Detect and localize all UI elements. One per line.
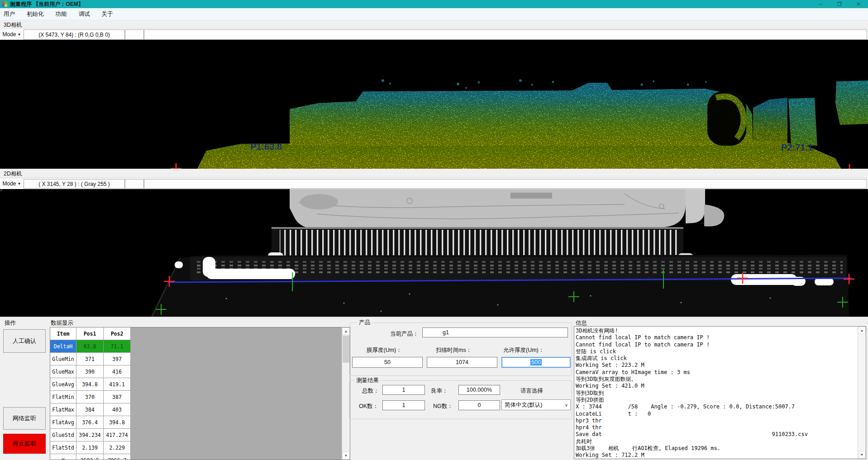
camera2d-mode-button[interactable]: Mode▼ xyxy=(1,179,22,188)
table-cell-pos2: 394.8 xyxy=(104,416,131,429)
log-line: 加载3张 相机 行AOI检查, Elapsed 19296 ms. xyxy=(576,445,857,452)
info-log-box[interactable]: 3D相机没有网络!Cannot find local IP to match c… xyxy=(574,326,866,459)
total-count-label: 总数： xyxy=(362,387,379,395)
scrollbar-up-icon[interactable]: ▲ xyxy=(342,327,350,335)
log-line: Working Set : 223.2 M xyxy=(576,362,857,369)
log-line: Cannot find local IP to match camera IP … xyxy=(576,341,857,348)
log-content: 3D相机没有网络!Cannot find local IP to match c… xyxy=(576,327,857,459)
measurement-table: Item Pos1 Pos2 DeltaH 63.8 71.1 GlueMin … xyxy=(50,327,350,460)
scan-time-field[interactable]: 1074 xyxy=(427,357,497,368)
menu-function[interactable]: 功能 xyxy=(56,10,67,18)
menu-about[interactable]: 关于 xyxy=(102,10,113,18)
chevron-down-icon: ∨ xyxy=(563,403,570,408)
log-line: 集成调试 is click xyxy=(576,355,857,362)
camera2d-section-label: 2D相机 xyxy=(4,170,22,178)
current-product-field[interactable]: g1 xyxy=(422,327,568,337)
info-scrollbar[interactable]: ▲ ▼ xyxy=(858,327,866,459)
table-cell-pos2: 416 xyxy=(104,365,131,378)
table-header-row: Item Pos1 Pos2 xyxy=(50,327,131,340)
log-line: Working Set : 712.2 M xyxy=(576,452,857,459)
chevron-down-icon: ▼ xyxy=(18,182,21,186)
table-cell-item: GlueMin xyxy=(50,353,76,365)
menu-user[interactable]: 用户 xyxy=(4,10,15,18)
table-cell-item: FlatMin xyxy=(50,391,76,403)
scrollbar-down-icon[interactable]: ▼ xyxy=(342,452,350,460)
table-row[interactable]: FlatStd 2.139 2.229 xyxy=(50,441,131,454)
table-row[interactable]: GlueAvg 394.8 419.1 xyxy=(50,378,131,391)
table-row[interactable]: X 2583.5 7966.7 xyxy=(50,454,131,460)
table-cell-pos2: 419.1 xyxy=(104,378,131,391)
log-line: 登陆 is click xyxy=(576,348,857,355)
p1-measurement-label: P1:63.8 xyxy=(250,142,282,152)
menu-initialize[interactable]: 初始化 xyxy=(27,10,44,18)
ng-count-field[interactable]: 0 xyxy=(458,400,500,410)
log-line: hpr4 thr xyxy=(576,424,857,431)
close-button[interactable]: ✕ xyxy=(849,0,868,8)
scrollbar-thumb[interactable] xyxy=(343,336,349,363)
camera2d-pixel-status: ( X 3145, Y 28 ) : ( Gray 255 ) xyxy=(24,179,125,189)
camera3d-pixel-status: (X 5473, Y 84) : (R 0,G 0,B 0) xyxy=(24,29,125,40)
camera3d-mode-bar: Mode▼ (X 5473, Y 84) : (R 0,G 0,B 0) xyxy=(0,28,868,41)
language-select-label: 语言选择 xyxy=(520,387,543,395)
log-line: 3D相机没有网络! xyxy=(576,327,857,334)
gray-image-canvas[interactable] xyxy=(0,189,868,317)
measurement-table-body: DeltaH 63.8 71.1 GlueMin 371 397 GlueMax… xyxy=(50,340,131,460)
ok-count-label: OK数： xyxy=(359,403,378,410)
film-thickness-field[interactable]: 50 xyxy=(352,357,423,368)
table-row[interactable]: DeltaH 63.8 71.1 xyxy=(50,340,131,353)
table-cell-pos1: 63.8 xyxy=(76,340,104,353)
table-cell-pos1: 384 xyxy=(76,403,104,416)
camera2d-status-filler xyxy=(144,179,867,189)
table-cell-pos2: 71.1 xyxy=(104,340,131,353)
table-row[interactable]: GlueMax 390 416 xyxy=(50,365,131,378)
scrollbar-down-icon[interactable]: ▼ xyxy=(858,451,866,459)
log-line: 等到3D取到灰度图数据。 xyxy=(576,376,857,383)
log-line: CameraV array to HImage time : 3 ms xyxy=(576,369,857,376)
table-row[interactable]: FlatMax 384 403 xyxy=(50,403,131,416)
log-line: hpr3 thr xyxy=(576,417,857,424)
table-row[interactable]: FlatMin 370 387 xyxy=(50,391,131,403)
stop-listen-button[interactable]: 停止监听 xyxy=(3,434,46,454)
log-line: Cannot find local IP to match camera IP … xyxy=(576,334,857,341)
ng-count-label: NG数： xyxy=(433,403,453,410)
allowed-thickness-field[interactable]: 500 xyxy=(501,357,571,368)
table-header: Pos2 xyxy=(104,327,131,340)
menu-debug[interactable]: 调试 xyxy=(79,10,90,18)
maximize-button[interactable]: ❐ xyxy=(830,0,849,8)
log-line: X : 3744 /58 Angle : -0.279, Score : 0.0… xyxy=(576,403,857,410)
log-line: Working Set : 421.0 M xyxy=(576,383,857,389)
table-cell-item: FlatStd xyxy=(50,441,76,454)
ok-count-field[interactable]: 1 xyxy=(382,400,425,410)
log-line: 共耗时 xyxy=(576,438,857,445)
total-count-field[interactable]: 1 xyxy=(382,385,425,395)
network-listen-button[interactable]: 网络监听 xyxy=(3,407,46,430)
table-cell-pos2: 403 xyxy=(104,403,131,416)
table-header: Pos1 xyxy=(76,327,104,340)
selected-text: 500 xyxy=(530,359,542,365)
log-line: LocateLi t : 0 xyxy=(576,411,857,417)
table-cell-pos2: 2.229 xyxy=(104,441,131,454)
log-line: Save dat 9110233.csv xyxy=(576,431,857,438)
height-map-canvas[interactable]: P1:63.8 P2:71.1 xyxy=(0,40,868,169)
table-row[interactable]: GlueStd 394.234 417.274 xyxy=(50,429,131,441)
log-line: 等到2D拼图 xyxy=(576,397,857,403)
chevron-down-icon: ▼ xyxy=(18,33,21,37)
table-header: Item xyxy=(50,327,76,340)
table-cell-item: DeltaH xyxy=(50,340,76,353)
table-cell-pos1: 394.8 xyxy=(76,378,104,391)
table-cell-pos1: 390 xyxy=(76,365,104,378)
yield-field[interactable]: 100.000% xyxy=(458,385,500,395)
table-scrollbar[interactable]: ▲ ▼ xyxy=(342,327,350,460)
minimize-button[interactable]: ─ xyxy=(811,0,830,8)
product-groupbox-label: 产品 xyxy=(357,319,372,327)
table-cell-pos1: 371 xyxy=(76,353,104,365)
camera3d-mode-button[interactable]: Mode▼ xyxy=(1,30,22,39)
table-cell-item: X xyxy=(50,454,76,460)
scrollbar-up-icon[interactable]: ▲ xyxy=(858,327,866,334)
language-combobox[interactable]: 简体中文(默认) ∨ xyxy=(501,399,571,410)
manual-confirm-button[interactable]: 人工确认 xyxy=(3,329,46,353)
camera2d-mode-bar: Mode▼ ( X 3145, Y 28 ) : ( Gray 255 ) xyxy=(0,178,868,190)
table-row[interactable]: FlatAvg 376.4 394.8 xyxy=(50,416,131,429)
yield-label: 良率： xyxy=(431,387,448,395)
table-row[interactable]: GlueMin 371 397 xyxy=(50,353,131,365)
